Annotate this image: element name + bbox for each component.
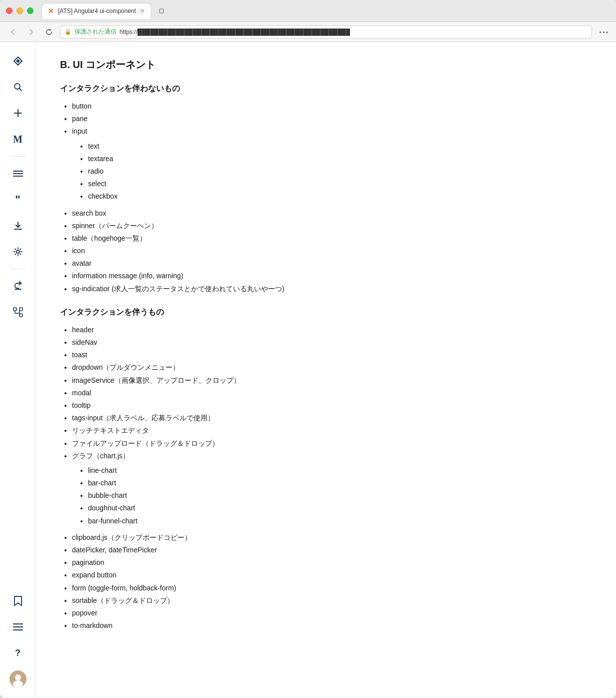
settings-icon (13, 247, 23, 257)
list-item: ファイルアップロード（ドラッグ＆ドロップ） (72, 437, 592, 450)
search-icon (13, 82, 23, 92)
svg-line-2 (19, 89, 22, 91)
list-item: avatar (72, 257, 592, 270)
list-item: imageService（画像選択、アップロード、クロップ） (72, 374, 592, 387)
section1-heading: インタラクションを伴わないもの (60, 84, 592, 94)
logo-icon (12, 56, 24, 67)
new-tab-button[interactable] (154, 3, 170, 19)
forward-icon (27, 28, 35, 36)
sidebar-avatar[interactable] (7, 668, 29, 690)
sidebar-divider-1 (10, 156, 26, 157)
list-item: input text textarea radio select checkbo… (72, 125, 592, 203)
list-item: リッチテキストエディタ (72, 424, 592, 437)
tab-title: [ATS] Angular4 ui-component (58, 8, 136, 15)
list-item: toast (72, 349, 592, 361)
url-text: https://████████████████████████████████… (120, 29, 588, 36)
list-item: search box (72, 207, 592, 220)
list-item: expand button (72, 569, 592, 581)
tab-logo-icon: ✕ (48, 7, 54, 15)
traffic-lights (6, 8, 34, 14)
tab-close-icon[interactable]: ✕ (140, 8, 145, 15)
maximize-button[interactable] (27, 8, 34, 14)
main-area: M " (0, 42, 616, 698)
close-button[interactable] (6, 8, 12, 14)
browser-window: ✕ [ATS] Angular4 ui-component ✕ (0, 0, 616, 698)
list-item: sideNav (72, 336, 592, 349)
sidebar-settings[interactable] (7, 241, 29, 263)
list-item: sg-indicatior (求人一覧のステータスとかで使われている丸いやーつ) (72, 283, 592, 295)
svg-point-9 (16, 250, 20, 253)
export-icon (13, 281, 23, 291)
sidebar-tree[interactable] (7, 301, 29, 323)
list-item: line-chart (88, 464, 592, 477)
sidebar-monogram[interactable]: M (7, 128, 29, 150)
minimize-button[interactable] (16, 8, 23, 14)
list-item: sortable（ドラッグ＆ドロップ） (72, 594, 592, 607)
list-item: datePicker, dateTimePicker (72, 544, 592, 556)
download-icon (13, 221, 23, 231)
list-item: dropdown（プルダウンメニュー） (72, 361, 592, 374)
lock-icon: 🔒 (64, 29, 72, 35)
svg-point-18 (13, 680, 23, 687)
list-item: radio (88, 165, 592, 178)
refresh-button[interactable] (42, 25, 56, 39)
list-item: header (72, 324, 592, 336)
svg-rect-0 (160, 9, 164, 13)
list-item: information message (info, warning) (72, 270, 592, 282)
secure-label: 保護された通信 (74, 28, 116, 36)
list-item: bubble-chart (88, 489, 592, 502)
back-icon (9, 28, 17, 36)
address-bar[interactable]: 🔒 保護された通信 https://██████████████████████… (60, 26, 592, 39)
more-options-button[interactable]: ⋯ (596, 25, 610, 39)
nav-bar: 🔒 保護された通信 https://██████████████████████… (0, 22, 616, 42)
sidebar-help[interactable]: ? (7, 642, 29, 664)
list-item: bar-funnel-chart (88, 515, 592, 527)
list-item: to-markdown (72, 619, 592, 632)
svg-rect-10 (14, 308, 16, 311)
sidebar-download[interactable] (7, 215, 29, 237)
sidebar-bookmark[interactable] (7, 590, 29, 612)
sub-list: line-chart bar-chart bubble-chart doughn… (72, 464, 592, 527)
list-item: text (88, 140, 592, 153)
list-item: textarea (88, 153, 592, 165)
list-item: spinner（バームクーヘン） (72, 220, 592, 232)
list-item: icon (72, 245, 592, 257)
sidebar-logo[interactable] (7, 50, 29, 72)
avatar-icon (9, 670, 27, 688)
svg-point-17 (15, 674, 21, 680)
forward-button[interactable] (24, 25, 38, 39)
section1-list: button pane input text textarea radio se… (60, 100, 592, 295)
list-item: form (toggle-form, holdback-form) (72, 582, 592, 594)
sidebar-export[interactable] (7, 275, 29, 297)
svg-rect-12 (20, 314, 22, 317)
menu-icon (13, 170, 23, 177)
tree-icon (12, 307, 24, 318)
main-heading: B. UI コンポーネント (60, 58, 592, 72)
refresh-icon (45, 28, 53, 36)
list-item: select (88, 178, 592, 190)
new-tab-icon (158, 7, 166, 15)
list-item: popover (72, 607, 592, 619)
list-icon (13, 623, 23, 631)
sidebar-search[interactable] (7, 76, 29, 98)
add-icon (13, 108, 23, 118)
sidebar-quote[interactable]: " (7, 189, 29, 211)
section2-list: header sideNav toast dropdown（プルダウンメニュー）… (60, 324, 592, 632)
list-item: clipboard.js（クリップボードコピー） (72, 531, 592, 544)
list-item: table（hogehoge一覧） (72, 232, 592, 245)
list-item: tooltip (72, 399, 592, 412)
list-item: tags-input（求人ラベル、応募ラベルで使用） (72, 412, 592, 424)
active-tab[interactable]: ✕ [ATS] Angular4 ui-component ✕ (42, 3, 152, 19)
list-item: button (72, 100, 592, 113)
back-button[interactable] (6, 25, 20, 39)
list-item: doughnut-chart (88, 502, 592, 514)
sidebar: M " (0, 42, 36, 698)
sidebar-add[interactable] (7, 102, 29, 124)
list-item: bar-chart (88, 477, 592, 489)
title-bar: ✕ [ATS] Angular4 ui-component ✕ (0, 0, 616, 22)
bookmark-icon (14, 595, 22, 606)
svg-rect-11 (20, 308, 22, 311)
sidebar-divider-2 (10, 269, 26, 269)
sidebar-menu[interactable] (7, 163, 29, 185)
sidebar-list[interactable] (7, 616, 29, 638)
